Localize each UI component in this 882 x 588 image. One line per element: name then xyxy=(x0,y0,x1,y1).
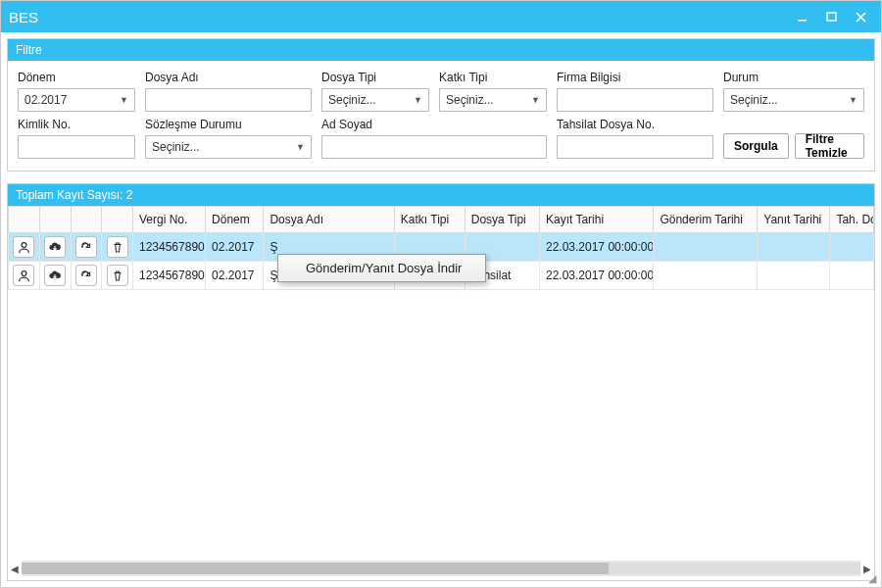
filter-panel: Filtre Dönem 02.2017 ▼ Dosya Adı Dosya T… xyxy=(7,38,875,172)
label-dosya-adi: Dosya Adı xyxy=(145,71,312,84)
cell-gonderim_tarihi xyxy=(654,262,758,290)
cell-kayit_tarihi: 22.03.2017 00:00:00 xyxy=(539,262,653,290)
chevron-down-icon: ▼ xyxy=(120,95,128,105)
cell-tah_do xyxy=(830,262,874,290)
cell-kayit_tarihi: 22.03.2017 00:00:00 xyxy=(539,233,653,262)
label-ad-soyad: Ad Soyad xyxy=(321,118,547,131)
cell-gonderim_tarihi xyxy=(654,233,758,262)
close-button[interactable] xyxy=(848,7,873,26)
label-durum: Durum xyxy=(723,71,864,84)
label-firma-bilgisi: Firma Bilgisi xyxy=(557,71,713,84)
cell-donem: 02.2017 xyxy=(206,233,264,262)
cell-tah_do xyxy=(830,233,874,262)
cell-vergi_no: 1234567890 xyxy=(133,233,206,262)
grid-header-row: Vergi No. Dönem Dosya Adı Katkı Tipi Dos… xyxy=(9,207,874,233)
user-icon[interactable] xyxy=(13,236,34,258)
svg-rect-0 xyxy=(798,20,807,22)
chevron-down-icon: ▼ xyxy=(296,142,305,152)
window-title: BES xyxy=(9,9,789,25)
grid-summary: Toplam Kayıt Sayısı: 2 xyxy=(8,184,874,206)
cell-yanit_tarihi xyxy=(758,262,830,290)
label-tahsilat-dosya-no: Tahsilat Dosya No. xyxy=(557,118,713,131)
input-tahsilat-dosya-no[interactable] xyxy=(557,135,713,159)
select-dosya-tipi[interactable]: Seçiniz... ▼ xyxy=(321,88,429,112)
svg-point-2 xyxy=(22,242,26,247)
horizontal-scrollbar[interactable]: ◀ ▶ xyxy=(22,561,860,576)
col-dosya-adi[interactable]: Dosya Adı xyxy=(264,207,394,233)
sorgula-button[interactable]: Sorgula xyxy=(723,133,789,159)
input-dosya-adi[interactable] xyxy=(145,88,312,112)
col-donem[interactable]: Dönem xyxy=(206,207,264,233)
trash-icon[interactable] xyxy=(107,265,128,286)
refresh-icon[interactable] xyxy=(75,236,97,258)
label-dosya-tipi: Dosya Tipi xyxy=(321,71,429,84)
label-donem: Dönem xyxy=(18,71,135,84)
svg-point-3 xyxy=(22,270,26,275)
filter-panel-header: Filtre xyxy=(8,39,874,61)
col-gonderim-tarihi[interactable]: Gönderim Tarihi xyxy=(654,207,758,233)
label-katki-tipi: Katkı Tipi xyxy=(439,71,547,84)
svg-rect-1 xyxy=(827,13,836,21)
cell-yanit_tarihi xyxy=(758,233,830,262)
cloud-icon[interactable] xyxy=(44,265,66,286)
col-dosya-tipi[interactable]: Dosya Tipi xyxy=(465,207,539,233)
col-vergi-no[interactable]: Vergi No. xyxy=(133,207,206,233)
chevron-down-icon: ▼ xyxy=(414,95,422,105)
context-menu: Gönderim/Yanıt Dosya İndir xyxy=(277,254,486,282)
input-firma-bilgisi[interactable] xyxy=(557,88,713,112)
col-kayit-tarihi[interactable]: Kayıt Tarihi xyxy=(539,207,653,233)
scroll-left-icon[interactable]: ◀ xyxy=(8,562,22,575)
chevron-down-icon: ▼ xyxy=(531,95,540,105)
chevron-down-icon: ▼ xyxy=(849,95,858,105)
grid-panel: Toplam Kayıt Sayısı: 2 Vergi No. Dönem D… xyxy=(7,183,875,581)
context-download-item[interactable]: Gönderim/Yanıt Dosya İndir xyxy=(278,255,485,281)
minimize-button[interactable] xyxy=(789,7,814,26)
user-icon[interactable] xyxy=(13,265,34,286)
select-durum[interactable]: Seçiniz... ▼ xyxy=(723,88,864,112)
scroll-right-icon[interactable]: ▶ xyxy=(860,562,874,575)
label-kimlik-no: Kimlik No. xyxy=(18,118,135,131)
col-yanit-tarihi[interactable]: Yanıt Tarihi xyxy=(758,207,830,233)
cloud-icon[interactable] xyxy=(44,236,66,258)
trash-icon[interactable] xyxy=(107,236,128,258)
cell-donem: 02.2017 xyxy=(206,262,264,290)
select-sozlesme-durumu[interactable]: Seçiniz... ▼ xyxy=(145,135,312,159)
input-ad-soyad[interactable] xyxy=(321,135,547,159)
col-katki-tipi[interactable]: Katkı Tipi xyxy=(394,207,465,233)
filtre-temizle-button[interactable]: Filtre Temizle xyxy=(795,133,864,159)
maximize-button[interactable] xyxy=(818,7,844,26)
cell-vergi_no: 1234567890 xyxy=(133,262,206,290)
select-donem[interactable]: 02.2017 ▼ xyxy=(18,88,135,112)
titlebar: BES xyxy=(1,1,881,32)
col-tah-do[interactable]: Tah. Do xyxy=(830,207,874,233)
label-sozlesme-durumu: Sözleşme Durumu xyxy=(145,118,312,131)
refresh-icon[interactable] xyxy=(75,265,97,286)
select-katki-tipi[interactable]: Seçiniz... ▼ xyxy=(439,88,547,112)
input-kimlik-no[interactable] xyxy=(18,135,135,159)
